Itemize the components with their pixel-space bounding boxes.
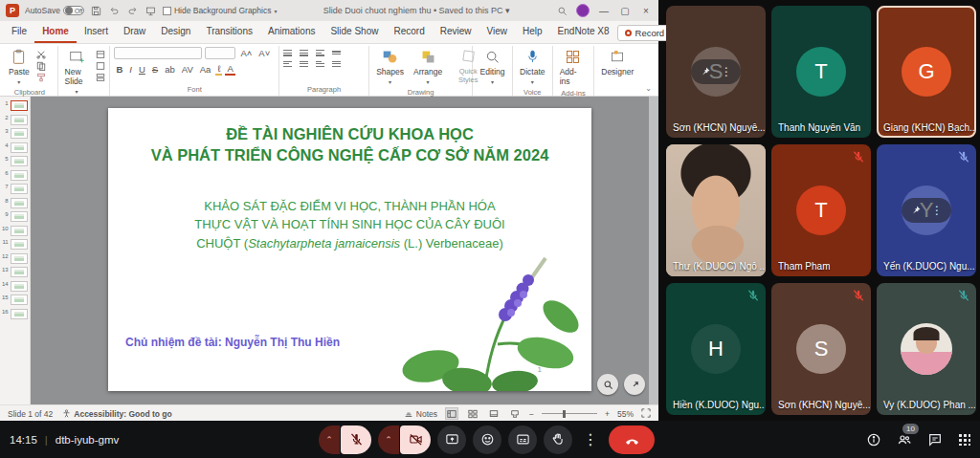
slide-sorter-view-button[interactable] xyxy=(466,407,479,420)
strikethrough-button[interactable]: S xyxy=(150,64,160,75)
zoom-out-icon[interactable]: − xyxy=(529,409,534,419)
participant-tile-3[interactable]: GGiang (KHCN) Bạch... xyxy=(877,6,976,138)
designer-button[interactable]: Designer xyxy=(598,47,636,78)
participant-tile-2[interactable]: TThanh Nguyễn Văn xyxy=(771,6,871,138)
thumbnail-preview[interactable] xyxy=(11,100,28,111)
slide-thumbnail-7[interactable]: 7 xyxy=(2,184,28,194)
tile-more-options-icon[interactable]: ⋮ xyxy=(721,65,732,78)
raise-hand-button[interactable] xyxy=(544,425,572,454)
font-name-combo[interactable] xyxy=(114,47,202,59)
change-case-icon[interactable]: Aa xyxy=(198,64,213,75)
ribbon-tab-review[interactable]: Review xyxy=(433,22,479,43)
vertical-scrollbar[interactable] xyxy=(649,97,658,404)
slide-thumbnail-5[interactable]: 5 xyxy=(2,156,28,166)
slide-thumbnail-16[interactable]: 16 xyxy=(2,309,28,319)
shapes-button[interactable]: Shapes▾ xyxy=(373,47,407,87)
align-left-icon[interactable] xyxy=(283,61,292,68)
align-right-icon[interactable] xyxy=(316,61,324,68)
mic-off-button[interactable] xyxy=(341,425,371,454)
participant-tile-1[interactable]: S⋮Sơn (KHCN) Nguyễ... xyxy=(666,6,766,138)
apps-grid-button[interactable] xyxy=(958,433,970,446)
columns-icon[interactable] xyxy=(332,61,341,68)
redo-icon[interactable] xyxy=(126,5,139,17)
editing-button[interactable]: Editing▾ xyxy=(478,47,508,87)
reading-view-button[interactable] xyxy=(487,407,501,420)
open-arrow-icon[interactable] xyxy=(624,374,645,395)
normal-view-button[interactable] xyxy=(445,407,458,420)
accessibility-status[interactable]: Accessibility: Good to go xyxy=(62,409,171,419)
ribbon-tab-view[interactable]: View xyxy=(479,22,516,43)
line-spacing-icon[interactable] xyxy=(332,51,341,55)
zoom-in-icon[interactable]: + xyxy=(605,409,610,419)
camera-off-button[interactable] xyxy=(400,425,431,454)
search-icon[interactable] xyxy=(556,5,568,17)
slide-thumbnail-14[interactable]: 14 xyxy=(2,281,28,292)
slide-thumbnail-panel[interactable]: 12345678910111213141516 xyxy=(0,97,31,404)
thumbnail-preview[interactable] xyxy=(11,239,28,250)
people-button[interactable]: 10 xyxy=(897,432,912,447)
reset-icon[interactable] xyxy=(95,61,105,70)
italic-button[interactable]: I xyxy=(127,64,134,75)
chevron-down-icon[interactable]: ▾ xyxy=(274,8,277,14)
thumbnail-preview[interactable] xyxy=(11,309,28,319)
ribbon-tab-animations[interactable]: Animations xyxy=(260,22,323,43)
new-slide-button[interactable]: New Slide▾ xyxy=(62,47,92,97)
indent-icon[interactable] xyxy=(316,50,324,56)
slide-thumbnail-1[interactable]: 1 xyxy=(2,100,28,111)
section-icon[interactable] xyxy=(95,73,105,81)
minimize-button[interactable]: — xyxy=(597,6,611,16)
slide-thumbnail-3[interactable]: 3 xyxy=(2,128,28,139)
slide-thumbnail-8[interactable]: 8 xyxy=(2,198,28,208)
thumbnail-preview[interactable] xyxy=(11,170,28,181)
end-call-button[interactable] xyxy=(609,425,655,454)
ribbon-tab-insert[interactable]: Insert xyxy=(77,22,116,43)
save-icon[interactable] xyxy=(90,5,102,17)
record-button[interactable]: Record xyxy=(617,25,673,41)
slide-thumbnail-11[interactable]: 11 xyxy=(2,239,28,250)
slideshow-view-button[interactable] xyxy=(508,407,522,420)
magnifier-icon[interactable] xyxy=(597,374,618,395)
participant-tile-9[interactable]: Vy (K.DUOC) Phan ... xyxy=(877,283,976,415)
ribbon-tab-slide-show[interactable]: Slide Show xyxy=(323,22,386,43)
notes-button[interactable]: Notes xyxy=(404,409,437,419)
thumbnail-preview[interactable] xyxy=(11,267,28,277)
text-shadow-button[interactable]: ab xyxy=(163,64,177,75)
mic-options-chevron[interactable]: ⌃ xyxy=(319,425,340,454)
checkbox-icon[interactable] xyxy=(163,7,171,15)
slide-thumbnail-6[interactable]: 6 xyxy=(2,170,28,181)
zoom-slider[interactable] xyxy=(542,413,597,414)
fit-slide-icon[interactable] xyxy=(641,408,651,420)
format-painter-icon[interactable] xyxy=(36,73,47,81)
character-spacing-icon[interactable]: AV xyxy=(180,64,195,75)
bold-button[interactable]: B xyxy=(114,64,124,75)
autosave-toggle[interactable]: AutoSave Off xyxy=(25,6,84,15)
ribbon-tab-design[interactable]: Design xyxy=(153,22,198,43)
ribbon-tab-transitions[interactable]: Transitions xyxy=(198,22,260,43)
maximize-button[interactable]: ▢ xyxy=(618,6,632,16)
paste-button[interactable]: Paste▾ xyxy=(6,47,33,87)
thumbnail-preview[interactable] xyxy=(11,115,28,125)
slide-thumbnail-9[interactable]: 9 xyxy=(2,211,28,222)
thumbnail-preview[interactable] xyxy=(11,226,28,236)
thumbnail-preview[interactable] xyxy=(11,294,28,305)
slideshow-icon[interactable] xyxy=(145,5,157,17)
pin-icon[interactable] xyxy=(700,66,711,77)
slide-thumbnail-13[interactable]: 13 xyxy=(2,267,28,277)
underline-button[interactable]: U xyxy=(137,64,147,75)
participant-tile-7[interactable]: HHiền (K.DUOC) Ngu... xyxy=(666,283,766,415)
add-ins-button[interactable]: Add-ins xyxy=(557,47,590,88)
ribbon-tab-endnote-x8[interactable]: EndNote X8 xyxy=(550,22,617,43)
tile-more-options-icon[interactable]: ⋮ xyxy=(931,204,943,217)
close-button[interactable]: × xyxy=(639,6,653,16)
ribbon-tab-file[interactable]: File xyxy=(4,22,34,43)
thumbnail-preview[interactable] xyxy=(11,128,28,139)
participant-tile-6[interactable]: Y⋮Yến (K.DUOC) Ngu... xyxy=(877,144,976,276)
layout-icon[interactable] xyxy=(95,50,105,58)
cut-icon[interactable] xyxy=(36,50,47,58)
account-avatar[interactable] xyxy=(576,4,590,17)
reactions-emoji-button[interactable] xyxy=(473,425,501,454)
highlight-color-button[interactable]: ℓ xyxy=(215,63,222,76)
thumbnail-preview[interactable] xyxy=(11,198,28,208)
ribbon-tab-record[interactable]: Record xyxy=(386,22,432,43)
thumbnail-preview[interactable] xyxy=(11,142,28,153)
